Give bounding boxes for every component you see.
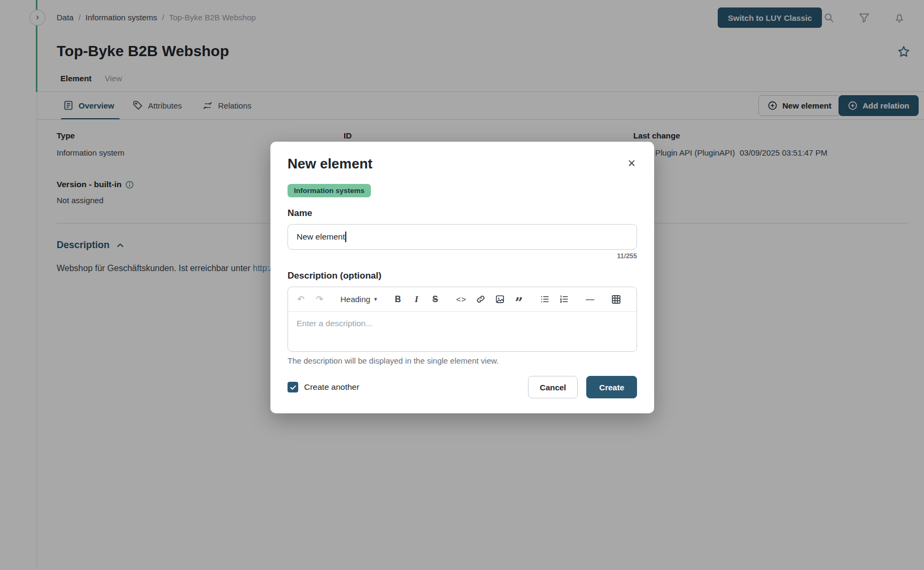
heading-dropdown-label: Heading bbox=[340, 295, 370, 304]
text-caret bbox=[345, 232, 346, 242]
cancel-button[interactable]: Cancel bbox=[528, 376, 578, 398]
horizontal-rule-icon[interactable]: — bbox=[585, 291, 595, 307]
bold-icon[interactable]: B bbox=[392, 291, 403, 307]
description-editor: ↶ ↷ Heading ▾ B I S <> ” — Enter a descr… bbox=[288, 287, 637, 352]
redo-icon[interactable]: ↷ bbox=[314, 291, 325, 307]
table-icon[interactable] bbox=[610, 291, 622, 307]
description-helper-text: The description will be displayed in the… bbox=[288, 356, 637, 365]
char-counter: 11/255 bbox=[288, 252, 637, 260]
checkbox-checked-icon bbox=[288, 382, 298, 392]
create-another-checkbox[interactable]: Create another bbox=[288, 382, 359, 392]
description-label: Description (optional) bbox=[288, 271, 637, 281]
undo-icon[interactable]: ↶ bbox=[296, 291, 306, 307]
modal-title: New element bbox=[288, 156, 637, 172]
description-textarea[interactable]: Enter a description... bbox=[288, 312, 636, 351]
create-button[interactable]: Create bbox=[586, 376, 637, 398]
italic-icon[interactable]: I bbox=[411, 291, 422, 307]
link-icon[interactable] bbox=[475, 291, 486, 307]
blockquote-icon[interactable]: ” bbox=[514, 291, 524, 307]
name-label: Name bbox=[288, 208, 637, 219]
editor-toolbar: ↶ ↷ Heading ▾ B I S <> ” — bbox=[288, 287, 636, 312]
bullet-list-icon[interactable] bbox=[539, 291, 550, 307]
modal-footer: Create another Cancel Create bbox=[288, 376, 637, 398]
chevron-down-icon: ▾ bbox=[374, 296, 377, 303]
ordered-list-icon[interactable] bbox=[558, 291, 570, 307]
code-icon[interactable]: <> bbox=[455, 291, 467, 307]
name-input-value: New element bbox=[297, 232, 345, 242]
create-another-label: Create another bbox=[304, 382, 359, 392]
new-element-modal: New element ✕ Information systems Name N… bbox=[270, 142, 654, 413]
type-badge: Information systems bbox=[288, 184, 371, 197]
strikethrough-icon[interactable]: S bbox=[430, 291, 440, 307]
heading-dropdown[interactable]: Heading ▾ bbox=[340, 291, 377, 307]
close-icon[interactable]: ✕ bbox=[624, 156, 639, 171]
image-icon[interactable] bbox=[494, 291, 506, 307]
name-input[interactable]: New element bbox=[288, 224, 637, 250]
